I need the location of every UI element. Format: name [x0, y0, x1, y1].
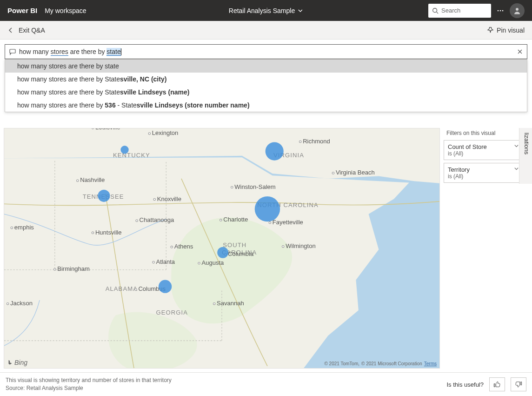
city-label: Louisville [95, 128, 120, 131]
footer: This visual is showing territory and num… [0, 373, 532, 396]
city-label: Jackson [10, 300, 33, 307]
city-dot [148, 133, 150, 134]
visual-source: Source: Retail Analysis Sample [6, 384, 172, 392]
product-logo: Power BI [7, 7, 37, 14]
map-credits: © 2021 TomTom, © 2021 Microsoft Corporat… [324, 361, 437, 366]
qna-text: how many stores are there by state [19, 48, 514, 56]
exit-qna-label: Exit Q&A [19, 27, 45, 34]
city-label: Chattanooga [140, 216, 174, 223]
city-label: emphis [14, 224, 34, 231]
qna-suggestion[interactable]: how many stores are there by 536 - State… [5, 99, 527, 112]
map-bubble[interactable] [120, 146, 128, 154]
city-label: Charlotte [223, 216, 248, 223]
map-visual[interactable]: ILLINOISINDIANAOHIOKENTUCKYTENNESSEEALAB… [4, 128, 440, 369]
state-label: SOUTH [223, 242, 246, 248]
city-dot [231, 186, 233, 188]
map-bubble[interactable] [159, 280, 172, 293]
city-dot [136, 220, 138, 221]
bing-logo: Bing [7, 359, 27, 366]
city-dot [213, 303, 215, 305]
svg-point-3 [500, 10, 501, 11]
svg-point-0 [433, 8, 437, 12]
filter-card[interactable]: Territoryis (All) [444, 163, 530, 183]
search-icon [432, 7, 439, 14]
city-label: Knoxville [157, 195, 181, 202]
filters-header: Filters on this visual [446, 130, 495, 136]
qna-suggestion[interactable]: how many stores are there by Statesville… [5, 73, 527, 86]
state-label: KENTUCKY [113, 152, 150, 159]
qna-suggestion[interactable]: how many stores are there by state [5, 60, 527, 73]
city-dot [153, 198, 155, 200]
filter-value: is (All) [448, 173, 526, 180]
chevron-down-icon [298, 8, 303, 13]
pin-visual-button[interactable]: Pin visual [487, 27, 525, 34]
back-icon [7, 27, 14, 34]
svg-point-5 [516, 8, 519, 11]
topbar: Power BI My workspace Retail Analysis Sa… [0, 0, 532, 21]
city-label: Savannah [217, 300, 244, 307]
pin-icon [487, 27, 494, 34]
avatar[interactable] [510, 3, 525, 18]
chevron-down-icon[interactable] [514, 143, 519, 148]
city-dot [332, 172, 334, 174]
city-dot [92, 232, 93, 234]
state-label: GEORGIA [156, 309, 188, 316]
qna-input[interactable]: how many stores are there by state [5, 44, 527, 59]
city-dot [220, 219, 222, 221]
city-label: Athens [174, 243, 193, 250]
city-label: Columbia [228, 250, 254, 257]
city-label: Winston-Salem [234, 183, 276, 190]
map-bubble[interactable] [98, 190, 110, 202]
city-dot [269, 221, 271, 223]
thumbs-down-button[interactable] [511, 377, 526, 391]
map-bubble[interactable] [217, 247, 228, 258]
city-dot [11, 227, 13, 228]
qna-suggestion[interactable]: how many stores are there by Statesville… [5, 86, 527, 99]
city-dot [171, 246, 173, 248]
city-label: Wilmington [286, 242, 316, 249]
city-label: Augusta [201, 259, 224, 266]
clear-icon[interactable] [517, 48, 523, 55]
city-label: Charleston [213, 128, 242, 129]
report-title-text: Retail Analysis Sample [229, 7, 295, 14]
feedback-label: Is this useful? [447, 381, 484, 388]
city-label: Huntsville [95, 229, 122, 236]
city-label: Nashville [80, 176, 105, 183]
city-label: Birmingham [57, 265, 90, 272]
city-label: Lexington [152, 129, 179, 136]
chat-icon [9, 48, 16, 55]
filter-card[interactable]: Count of Storeis (All) [444, 140, 530, 160]
more-icon[interactable] [497, 7, 504, 14]
city-dot [7, 303, 8, 305]
svg-line-1 [437, 12, 439, 13]
visualizations-pane-collapsed[interactable]: lizations [519, 128, 532, 184]
filter-value: is (All) [448, 150, 526, 157]
subbar: Exit Q&A Pin visual [0, 21, 532, 40]
map-bubble[interactable] [255, 196, 280, 221]
city-dot [135, 289, 137, 290]
city-dot [77, 180, 79, 181]
city-label: Atlanta [156, 258, 175, 265]
report-title[interactable]: Retail Analysis Sample [229, 7, 303, 14]
city-label: Fayetteville [273, 219, 303, 226]
map-bubble[interactable] [266, 142, 284, 160]
map-terms-link[interactable]: Terms [424, 361, 437, 366]
city-dot [92, 128, 93, 129]
workspace-label[interactable]: My workspace [45, 7, 86, 14]
city-dot [282, 246, 284, 248]
city-dot [153, 261, 154, 263]
visual-description: This visual is showing territory and num… [6, 376, 172, 384]
exit-qna-button[interactable]: Exit Q&A [7, 27, 45, 34]
city-dot [198, 262, 200, 264]
city-dot [54, 268, 56, 270]
qna-suggestions: how many stores are there by statehow ma… [5, 59, 527, 112]
city-dot [299, 141, 301, 142]
city-label: Virginia Beach [336, 169, 375, 176]
chevron-down-icon[interactable] [514, 166, 519, 171]
svg-point-2 [498, 10, 499, 11]
state-label: ALABAMA [106, 285, 138, 292]
global-search[interactable]: Search [428, 4, 491, 18]
thumbs-up-button[interactable] [489, 377, 505, 391]
city-label: Richmond [303, 138, 330, 145]
search-placeholder: Search [441, 7, 460, 14]
